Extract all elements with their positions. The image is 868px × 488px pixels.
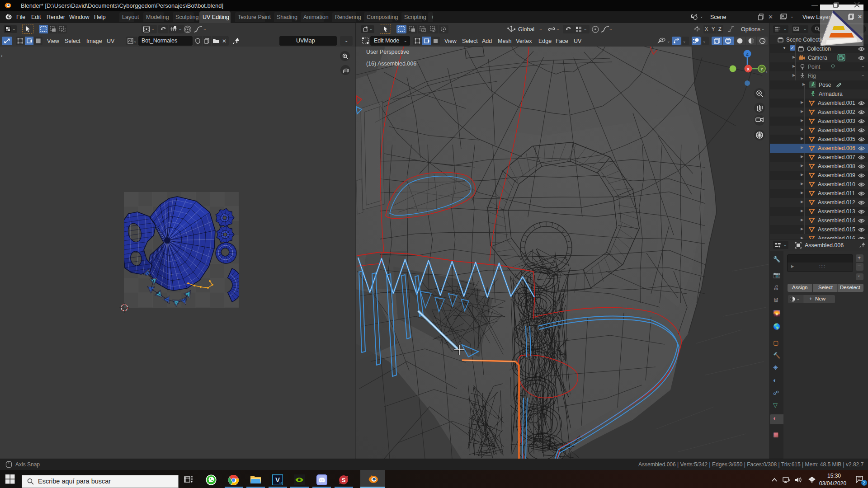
svg-text:S: S xyxy=(342,477,346,483)
svg-text:User Perspective: User Perspective xyxy=(366,49,409,55)
svg-text:X: X xyxy=(747,67,750,71)
svg-text:(16) Assembled.006: (16) Assembled.006 xyxy=(366,61,416,67)
svg-text:‹: ‹ xyxy=(766,69,767,74)
svg-text:17: 17 xyxy=(279,482,283,484)
svg-text:Z: Z xyxy=(746,52,749,56)
svg-text:Y: Y xyxy=(760,67,763,71)
